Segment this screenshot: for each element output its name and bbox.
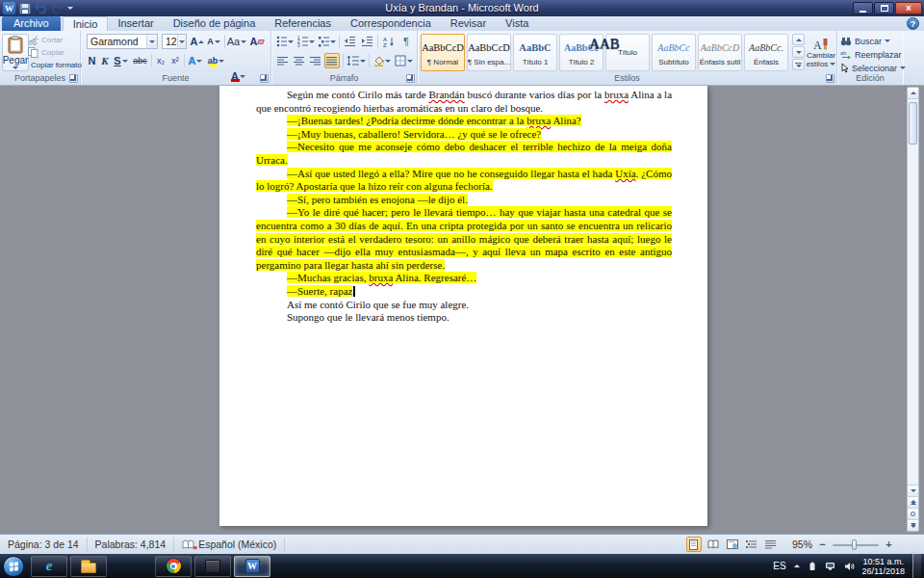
zoom-slider[interactable] [833, 539, 879, 551]
tab-inicio[interactable]: Inicio [63, 16, 109, 31]
taskbar-internet-explorer-button[interactable]: e [31, 556, 67, 577]
align-right-button[interactable] [308, 53, 323, 68]
redo-button[interactable] [51, 2, 64, 15]
change-case-button[interactable]: Aa [227, 34, 246, 49]
font-dialog-launcher[interactable] [260, 74, 269, 83]
align-left-button[interactable] [275, 53, 291, 68]
font-size-combo[interactable]: 12 [162, 34, 187, 49]
paste-button[interactable]: Pegar [2, 34, 29, 71]
next-page-button[interactable] [908, 519, 918, 531]
bullets-button[interactable] [275, 34, 295, 49]
network-icon[interactable] [825, 562, 836, 571]
font-family-dropdown-icon[interactable] [146, 35, 157, 48]
zoom-level[interactable]: 95% [792, 539, 812, 550]
shrink-font-button[interactable]: A [206, 34, 221, 49]
bold-button[interactable]: N [86, 53, 98, 68]
style--normal[interactable]: AaBbCcD¶ Normal [421, 34, 465, 71]
zoom-out-button[interactable]: − [816, 539, 829, 551]
paragraph[interactable]: —¡Muy buenas, caballero! Servidora… ¿y q… [256, 128, 672, 142]
tab-vista[interactable]: Vista [496, 16, 538, 31]
draft-view-button[interactable] [763, 537, 779, 552]
paragraph[interactable]: Según me contó Cirilo más tarde Brandán … [256, 89, 672, 115]
document-page[interactable]: Según me contó Cirilo más tarde Brandán … [219, 86, 707, 526]
numbering-button[interactable]: 123 [296, 34, 316, 49]
strikethrough-button[interactable]: abc [131, 53, 149, 68]
subscript-button[interactable]: x₂ [154, 53, 167, 68]
help-button[interactable]: ? [907, 17, 919, 30]
language-indicator[interactable]: × Español (México) [174, 538, 285, 552]
paragraph[interactable]: —Sí, pero también es enojona —le dijo él… [256, 194, 672, 207]
copy-button[interactable]: Copiar [28, 46, 80, 59]
outline-view-button[interactable] [744, 537, 759, 552]
find-button[interactable]: Buscar [840, 35, 890, 47]
italic-button[interactable]: K [99, 53, 111, 68]
multilevel-list-button[interactable] [318, 34, 337, 49]
undo-button[interactable] [35, 2, 47, 15]
replace-button[interactable]: ab Reemplazar [840, 48, 902, 61]
page-number-indicator[interactable]: Página: 3 de 14 [0, 538, 88, 552]
zoom-in-button[interactable]: + [883, 539, 895, 551]
tab-revisar[interactable]: Revisar [441, 16, 496, 31]
taskbar-file-explorer-button[interactable] [70, 556, 107, 577]
tab-correspondencia[interactable]: Correspondencia [341, 16, 441, 31]
paragraph[interactable]: —¡Buenas tardes! ¿Podría decirme dónde e… [256, 115, 672, 128]
cut-button[interactable]: Cortar [28, 34, 80, 46]
styles-scroll-down-button[interactable] [792, 46, 805, 58]
superscript-button[interactable]: x² [168, 53, 182, 68]
fullscreen-reading-view-button[interactable] [706, 537, 721, 552]
justify-button[interactable] [324, 53, 340, 68]
style-título-1[interactable]: AaBbCTítulo 1 [513, 34, 557, 71]
grow-font-button[interactable]: A [190, 34, 205, 49]
taskbar-app-button[interactable] [194, 556, 231, 577]
battery-icon[interactable] [808, 562, 817, 571]
taskbar-word-button[interactable]: W [234, 556, 270, 577]
show-hidden-icons-button[interactable] [794, 565, 800, 567]
maximize-button[interactable] [874, 2, 894, 14]
previous-page-button[interactable] [908, 496, 918, 508]
word-logo-icon[interactable]: W [3, 2, 15, 14]
style-énfasis-sutil[interactable]: AaBbCcDÉnfasis sutil [698, 34, 742, 71]
paragraph[interactable]: —Necesito que me aconseje cómo debo desh… [256, 141, 672, 167]
paragraph-dialog-launcher[interactable] [406, 74, 415, 83]
minimize-button[interactable] [853, 2, 873, 14]
scroll-up-button[interactable] [908, 88, 918, 99]
close-button[interactable]: × [895, 2, 922, 14]
taskbar-clock[interactable]: 10:51 a.m. 26/11/2018 [862, 557, 905, 576]
change-styles-button[interactable]: A Cambiar estilos [807, 34, 835, 71]
clear-formatting-button[interactable]: A [248, 34, 266, 49]
qat-customize-button[interactable] [67, 7, 73, 10]
styles-more-button[interactable] [792, 59, 805, 70]
tab-insertar[interactable]: Insertar [108, 16, 163, 31]
language-bar[interactable]: ES [773, 561, 785, 571]
style--sin-espa-[interactable]: AaBbCcD¶ Sin espa... [467, 34, 511, 71]
vertical-scrollbar[interactable] [907, 87, 919, 532]
show-paragraph-marks-button[interactable]: ¶ [398, 34, 414, 49]
format-painter-button[interactable]: Copiar formato [28, 59, 80, 71]
print-layout-view-button[interactable] [686, 537, 702, 552]
zoom-slider-thumb[interactable] [852, 539, 857, 550]
paragraph[interactable]: —Yo le diré qué hacer; pero le llevará t… [256, 206, 672, 272]
styles-dialog-launcher[interactable] [826, 74, 834, 83]
style-subtítulo[interactable]: AaBbCcSubtítulo [652, 34, 696, 71]
tab-diseño-de-página[interactable]: Diseño de página [164, 16, 266, 31]
shading-button[interactable] [372, 53, 392, 68]
volume-icon[interactable] [844, 562, 855, 571]
scrollbar-thumb[interactable] [909, 102, 917, 144]
paragraph[interactable]: —Suerte, rapaz [256, 285, 672, 299]
font-family-combo[interactable]: Garamond [87, 34, 158, 49]
sort-button[interactable]: AZ [380, 34, 398, 49]
taskbar-chrome-button[interactable] [155, 556, 192, 577]
align-center-button[interactable] [292, 53, 307, 68]
paragraph[interactable]: —Así que usted llegó a ella? Mire que no… [256, 168, 672, 194]
scroll-down-button[interactable] [908, 485, 918, 496]
start-button[interactable] [3, 556, 24, 577]
styles-scroll-up-button[interactable] [792, 34, 805, 45]
save-button[interactable] [19, 2, 31, 15]
paragraph[interactable]: —Muchas gracias, bruxa Alina. Regresaré… [256, 272, 672, 285]
increase-indent-button[interactable] [359, 34, 375, 49]
font-size-dropdown-icon[interactable] [177, 35, 186, 48]
style-título[interactable]: AABTítulo [605, 34, 650, 71]
web-layout-view-button[interactable] [725, 537, 740, 552]
paragraph[interactable]: Supongo que le llevará menos tiempo. [256, 311, 672, 325]
text-effects-button[interactable]: A [187, 53, 204, 68]
